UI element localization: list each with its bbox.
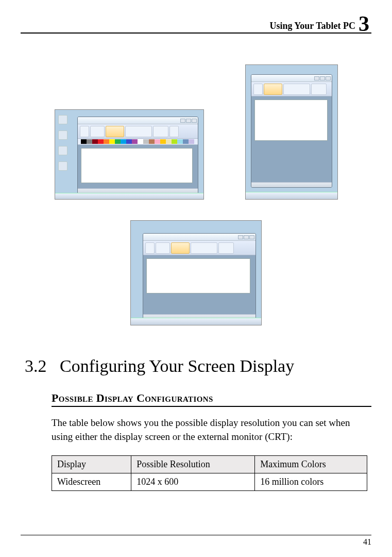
intro-paragraph: The table below shows you the possible d… [52,416,367,444]
cell-colors: 16 million colors [255,473,367,490]
close-icon [249,235,254,239]
ribbon-group [153,126,168,137]
palette-swatch [143,139,149,144]
blank-canvas [81,148,193,183]
ribbon-group [156,242,170,254]
screenshot-portrait [245,64,338,200]
palette-swatch [87,139,92,144]
col-display: Display [52,455,131,473]
ribbon-toolbar [143,241,255,255]
ribbon-group [283,84,310,95]
screenshot-landscape [55,109,204,200]
palette-swatch [149,139,155,144]
palette-swatch [155,139,160,144]
maximize-icon [186,119,191,123]
color-palette [78,139,198,145]
palette-swatch [177,139,183,144]
ribbon-group [145,242,155,254]
taskbar [55,193,203,199]
blank-canvas [146,258,250,293]
ribbon-group [253,84,263,95]
window-titlebar [143,234,255,241]
ribbon-toolbar [251,82,332,96]
ribbon-group [125,126,152,137]
taskbar [246,192,337,199]
palette-swatch [172,139,177,144]
desktop-icons [58,115,67,171]
desktop-icon [58,146,67,155]
palette-swatch [166,139,172,144]
screenshot-gallery [31,64,361,325]
window-titlebar [78,117,198,124]
cell-resolution: 1024 x 600 [131,473,255,490]
ribbon-group [80,126,89,137]
desktop-icon [58,115,67,124]
desktop-icon [58,130,67,140]
palette-swatch [92,139,98,144]
minimize-icon [314,76,319,80]
close-icon [192,119,197,123]
palette-swatch [189,139,194,144]
palette-swatch [132,139,138,144]
paint-canvas-area [251,96,332,182]
section-title: Configuring Your Screen Display [60,356,294,375]
ribbon-toolbar [78,124,198,139]
paint-window [251,74,332,188]
taskbar [131,318,261,325]
ribbon-group [106,126,124,137]
paint-window [77,117,198,194]
maximize-icon [244,235,249,239]
chapter-number: 3 [359,15,369,33]
screenshot-square [130,220,262,325]
header-title: Using Your Tablet PC [269,21,355,31]
paint-window [143,233,256,320]
ribbon-group [264,84,282,95]
palette-swatch [126,139,132,144]
palette-swatch [115,139,121,144]
palette-swatch [160,139,166,144]
ribbon-group [311,84,327,95]
palette-swatch [98,139,104,144]
display-config-table: Display Possible Resolution Maximum Colo… [52,455,367,491]
subsection-heading: Possible Display Configurations [52,391,371,407]
cell-display: Widescreen [52,473,131,490]
col-resolution: Possible Resolution [131,455,255,473]
palette-swatch [121,139,126,144]
desktop-icon [58,161,67,171]
palette-swatch [81,139,87,144]
minimize-icon [238,235,243,239]
ribbon-group [191,242,217,254]
maximize-icon [320,76,325,80]
window-titlebar [251,75,332,82]
ribbon-group [218,242,234,254]
page-header: Using Your Tablet PC 3 [21,13,371,34]
ribbon-group [171,242,190,254]
ribbon-group [169,126,179,137]
section-heading: 3.2 Configuring Your Screen Display [25,356,371,376]
statusbar [251,182,332,187]
blank-canvas [254,100,328,141]
palette-swatch [109,139,115,144]
section-number: 3.2 [25,356,47,375]
palette-swatch [183,139,189,144]
col-colors: Maximum Colors [255,455,367,473]
ribbon-group [90,126,105,137]
paint-canvas-area [143,255,255,314]
palette-swatch [104,139,109,144]
table-row: Widescreen 1024 x 600 16 million colors [52,473,367,490]
close-icon [326,76,331,80]
table-header-row: Display Possible Resolution Maximum Colo… [52,455,367,473]
paint-canvas-area [78,145,198,188]
minimize-icon [180,119,185,123]
page-footer: 41 [21,535,371,547]
palette-swatch [138,139,143,144]
page-number: 41 [363,537,371,546]
